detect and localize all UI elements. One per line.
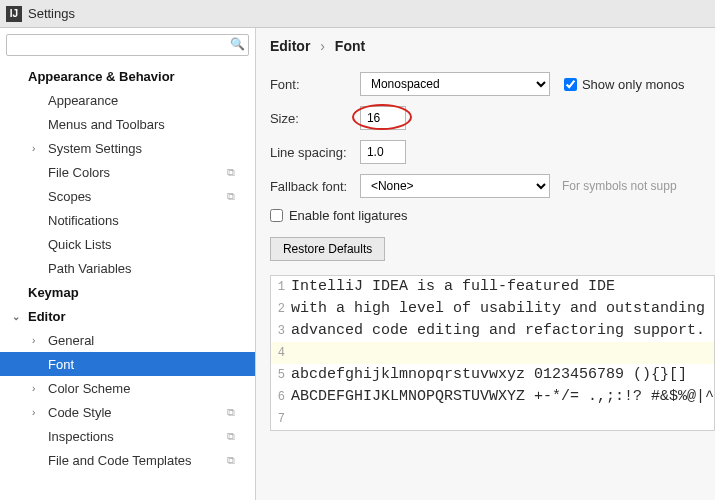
sidebar-item-label: File and Code Templates (48, 453, 192, 468)
line-spacing-label: Line spacing: (270, 145, 360, 160)
sidebar-item-quick-lists[interactable]: Quick Lists (0, 232, 255, 256)
copy-icon: ⧉ (227, 190, 235, 203)
sidebar-item-label: File Colors (48, 165, 110, 180)
sidebar-item-editor[interactable]: ⌄Editor (0, 304, 255, 328)
chevron-right-icon: › (32, 143, 42, 154)
preview-line: 2with a high level of usability and outs… (271, 298, 714, 320)
sidebar-item-keymap[interactable]: Keymap (0, 280, 255, 304)
fallback-select[interactable]: <None> (360, 174, 550, 198)
preview-line: 5abcdefghijklmnopqrstuvwxyz 0123456789 (… (271, 364, 714, 386)
copy-icon: ⧉ (227, 406, 235, 419)
copy-icon: ⧉ (227, 430, 235, 443)
preview-code: ABCDEFGHIJKLMNOPQRSTUVWXYZ +-*/= .,;:!? … (291, 386, 714, 408)
chevron-right-icon: › (32, 407, 42, 418)
preview-line: 4 (271, 342, 714, 364)
sidebar-item-path-variables[interactable]: Path Variables (0, 256, 255, 280)
chevron-right-icon: › (32, 383, 42, 394)
sidebar-item-label: Menus and Toolbars (48, 117, 165, 132)
breadcrumb-leaf: Font (335, 38, 365, 54)
preview-code: abcdefghijklmnopqrstuvwxyz 0123456789 ()… (291, 364, 687, 386)
sidebar-item-color-scheme[interactable]: ›Color Scheme (0, 376, 255, 400)
preview-line: 3advanced code editing and refactoring s… (271, 320, 714, 342)
preview-code: IntelliJ IDEA is a full-featured IDE (291, 276, 615, 298)
ligatures-label: Enable font ligatures (289, 208, 408, 223)
chevron-down-icon: ⌄ (12, 311, 22, 322)
sidebar-item-label: Appearance (48, 93, 118, 108)
sidebar-item-label: Path Variables (48, 261, 132, 276)
sidebar-item-notifications[interactable]: Notifications (0, 208, 255, 232)
sidebar-item-label: Editor (28, 309, 66, 324)
sidebar-item-appearance[interactable]: Appearance (0, 88, 255, 112)
size-label: Size: (270, 111, 360, 126)
gutter-line-number: 2 (271, 298, 291, 320)
restore-defaults-button[interactable]: Restore Defaults (270, 237, 385, 261)
gutter-line-number: 1 (271, 276, 291, 298)
ligatures-checkbox[interactable] (270, 209, 283, 222)
sidebar-item-label: Inspections (48, 429, 114, 444)
sidebar-item-code-style[interactable]: ›Code Style⧉ (0, 400, 255, 424)
preview-code: advanced code editing and refactoring su… (291, 320, 705, 342)
sidebar-item-system-settings[interactable]: ›System Settings (0, 136, 255, 160)
breadcrumb: Editor › Font (270, 38, 715, 54)
show-only-mono-checkbox[interactable] (564, 78, 577, 91)
chevron-right-icon: › (32, 335, 42, 346)
sidebar-item-label: Code Style (48, 405, 112, 420)
font-preview: 1IntelliJ IDEA is a full-featured IDE2wi… (270, 275, 715, 431)
size-input[interactable] (360, 106, 406, 130)
font-select[interactable]: Monospaced (360, 72, 550, 96)
sidebar-item-font[interactable]: Font (0, 352, 255, 376)
copy-icon: ⧉ (227, 454, 235, 467)
chevron-right-icon: › (320, 38, 325, 54)
sidebar-item-scopes[interactable]: Scopes⧉ (0, 184, 255, 208)
gutter-line-number: 4 (271, 342, 291, 364)
copy-icon: ⧉ (227, 166, 235, 179)
sidebar-item-label: Font (48, 357, 74, 372)
sidebar-item-label: Quick Lists (48, 237, 112, 252)
sidebar-item-label: Notifications (48, 213, 119, 228)
sidebar-item-file-colors[interactable]: File Colors⧉ (0, 160, 255, 184)
sidebar-item-general[interactable]: ›General (0, 328, 255, 352)
preview-code: with a high level of usability and outst… (291, 298, 705, 320)
gutter-line-number: 5 (271, 364, 291, 386)
preview-line: 6ABCDEFGHIJKLMNOPQRSTUVWXYZ +-*/= .,;:!?… (271, 386, 714, 408)
fallback-label: Fallback font: (270, 179, 360, 194)
sidebar-item-label: Color Scheme (48, 381, 130, 396)
preview-line: 1IntelliJ IDEA is a full-featured IDE (271, 276, 714, 298)
app-icon: IJ (6, 6, 22, 22)
sidebar-item-inspections[interactable]: Inspections⧉ (0, 424, 255, 448)
sidebar-item-label: General (48, 333, 94, 348)
preview-line: 7 (271, 408, 714, 430)
sidebar-item-label: Keymap (28, 285, 79, 300)
window-title: Settings (28, 6, 75, 21)
sidebar-item-label: Appearance & Behavior (28, 69, 175, 84)
show-only-mono-label: Show only monos (582, 77, 685, 92)
search-input[interactable] (6, 34, 249, 56)
sidebar-item-label: System Settings (48, 141, 142, 156)
sidebar-item-menus-and-toolbars[interactable]: Menus and Toolbars (0, 112, 255, 136)
sidebar-item-appearance-behavior[interactable]: Appearance & Behavior (0, 64, 255, 88)
sidebar-item-file-and-code-templates[interactable]: File and Code Templates⧉ (0, 448, 255, 472)
gutter-line-number: 6 (271, 386, 291, 408)
gutter-line-number: 7 (271, 408, 291, 430)
breadcrumb-root: Editor (270, 38, 310, 54)
search-icon: 🔍 (230, 37, 245, 51)
fallback-hint: For symbols not supp (562, 179, 677, 193)
settings-tree: Appearance & BehaviorAppearanceMenus and… (0, 62, 255, 500)
gutter-line-number: 3 (271, 320, 291, 342)
line-spacing-input[interactable] (360, 140, 406, 164)
font-label: Font: (270, 77, 360, 92)
sidebar-item-label: Scopes (48, 189, 91, 204)
